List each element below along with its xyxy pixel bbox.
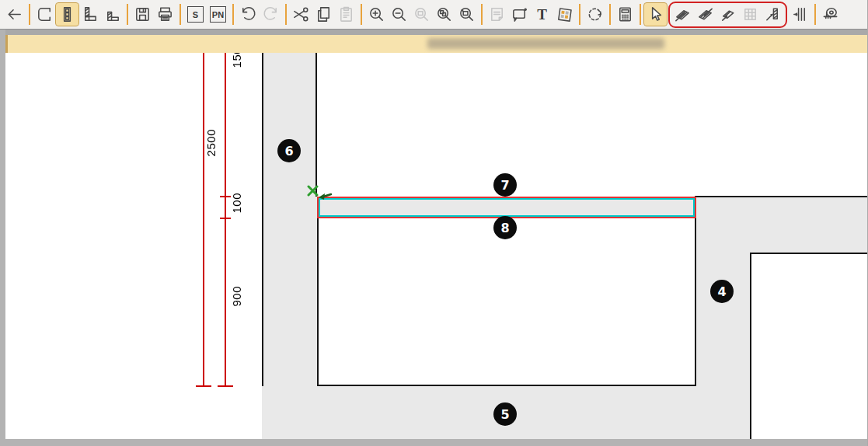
dimension-button[interactable] — [789, 3, 811, 26]
refresh-button[interactable] — [584, 3, 606, 26]
s-button[interactable]: S — [184, 3, 207, 26]
zoom-out-icon — [390, 5, 408, 23]
dimension-label-100: 100 — [230, 193, 243, 214]
comment-button[interactable] — [508, 3, 531, 26]
toolbar-separator — [579, 4, 580, 25]
snap-arrow-icon — [317, 192, 333, 202]
insert-panel-left-button[interactable] — [671, 3, 694, 26]
insert-wall-button[interactable] — [762, 3, 784, 26]
dimension-line-segments — [225, 53, 226, 386]
app-window: SPNT 2500 1500 100 900 6 7 8 4 5 — [0, 0, 868, 446]
insert-profile-icon — [719, 5, 737, 23]
paste-button[interactable] — [335, 3, 357, 26]
zoom-in-icon — [368, 5, 385, 23]
right-niche — [750, 253, 868, 439]
frame-view-icon — [36, 5, 54, 23]
zoom-extent-button[interactable] — [410, 3, 433, 26]
back-icon — [5, 5, 23, 23]
wall-left-edge-line — [315, 53, 317, 197]
redo-icon — [262, 5, 280, 23]
dimension-label-1500: 1500 — [230, 53, 243, 68]
note-icon — [488, 5, 506, 23]
comment-icon — [511, 5, 528, 23]
corner-section-icon — [81, 5, 99, 23]
wall-right-top-line — [695, 196, 868, 197]
toolbar-separator — [127, 4, 128, 25]
insert-panel-right-button[interactable] — [694, 3, 716, 26]
redacted-title-text — [427, 38, 664, 49]
vertical-section-button[interactable] — [56, 3, 78, 26]
dimension-tick — [220, 196, 231, 197]
annotation-badge-8: 8 — [493, 216, 517, 239]
select-cursor-button[interactable] — [644, 3, 667, 26]
dimension-line-2500 — [203, 53, 204, 386]
zoom-window-button[interactable] — [455, 3, 478, 26]
dimension-label-2500: 2500 — [204, 129, 218, 156]
measure-button[interactable] — [819, 3, 842, 26]
toolbar-separator — [180, 4, 181, 25]
calculator-icon — [616, 5, 634, 23]
toolbar-separator — [232, 4, 234, 25]
zoom-pages-icon — [435, 5, 453, 23]
toolbar-separator — [481, 4, 483, 25]
undo-icon — [239, 5, 257, 23]
window-opening[interactable] — [317, 218, 696, 386]
copy-icon — [315, 5, 333, 23]
corner-section-button[interactable] — [78, 3, 101, 26]
redo-button[interactable] — [260, 3, 282, 26]
select-cursor-icon — [647, 5, 664, 23]
dimension-label-900: 900 — [230, 286, 243, 307]
zoom-in-button[interactable] — [365, 3, 388, 26]
window-band — [0, 30, 868, 35]
dimension-icon — [791, 5, 809, 23]
annotation-badge-7: 7 — [493, 173, 517, 197]
toolbar-separator — [814, 4, 816, 25]
toolbar-separator — [640, 4, 641, 25]
toolbar-separator — [361, 4, 362, 25]
paste-icon — [337, 5, 355, 23]
text-button[interactable]: T — [531, 3, 553, 26]
toolbar-separator — [285, 4, 287, 25]
pn-button[interactable]: PN — [207, 3, 229, 26]
text-button-label: T — [537, 6, 547, 23]
calculator-button[interactable] — [614, 3, 636, 26]
insert-panel-left-icon — [674, 5, 692, 23]
print-button[interactable] — [154, 3, 176, 26]
back-button[interactable] — [3, 3, 26, 26]
corner-detail-button[interactable] — [101, 3, 124, 26]
dimension-tick — [220, 218, 231, 219]
vertical-section-icon — [58, 5, 76, 23]
status-bar — [5, 439, 868, 446]
dimension-tick — [218, 385, 233, 387]
measure-icon — [821, 5, 839, 23]
main-toolbar: SPNT — [0, 0, 868, 30]
toolbar-separator — [29, 4, 30, 25]
drawing-canvas[interactable]: 2500 1500 100 900 6 7 8 4 5 — [5, 53, 868, 439]
materials-button[interactable] — [553, 3, 576, 26]
wall-left[interactable] — [262, 53, 317, 439]
zoom-extent-icon — [413, 5, 431, 23]
window-left-frame — [0, 30, 5, 446]
s-button-label: S — [187, 6, 204, 23]
zoom-window-icon — [458, 5, 476, 23]
frame-view-button[interactable] — [33, 3, 56, 26]
highlighted-tool-group — [668, 2, 787, 28]
annotation-badge-4: 4 — [710, 280, 734, 303]
pn-button-label: PN — [210, 6, 226, 23]
copy-button[interactable] — [312, 3, 335, 26]
insert-panel-right-icon — [696, 5, 714, 23]
selected-profile[interactable] — [317, 197, 696, 218]
dimension-tick — [196, 385, 211, 387]
zoom-pages-button[interactable] — [433, 3, 455, 26]
undo-button[interactable] — [237, 3, 260, 26]
zoom-out-button[interactable] — [388, 3, 410, 26]
save-button[interactable] — [131, 3, 154, 26]
grid-button[interactable] — [739, 3, 762, 26]
grid-icon — [741, 5, 759, 23]
insert-profile-button[interactable] — [716, 3, 739, 26]
drawing-title-bar — [5, 35, 868, 53]
note-button[interactable] — [486, 3, 508, 26]
insert-wall-icon — [764, 5, 782, 23]
cut-icon — [292, 5, 310, 23]
cut-button[interactable] — [290, 3, 312, 26]
